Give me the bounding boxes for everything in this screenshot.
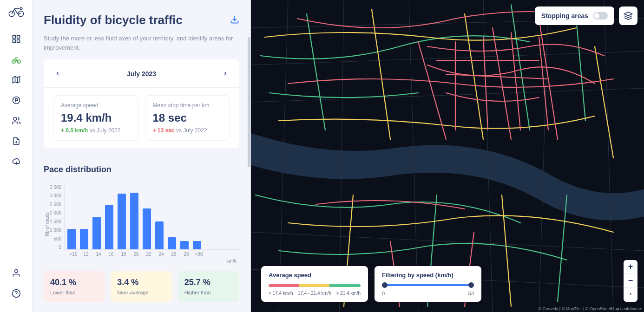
chart-bar xyxy=(67,229,76,249)
legend-mid: 17.4 - 21.4 km/h xyxy=(298,291,331,296)
prev-month-button[interactable] xyxy=(52,67,63,81)
side-panel: Fluidity of bicycle traffic Study the mo… xyxy=(33,0,251,312)
chart-bar xyxy=(180,241,189,249)
summary-value: 40.1 % xyxy=(50,278,99,287)
zoom-out-button[interactable]: − xyxy=(624,274,637,288)
chart-bar xyxy=(130,193,138,249)
summary-label: Lower than xyxy=(50,289,99,296)
speed-filter-card: Filtering by speed (km/h) 0 53 xyxy=(375,266,481,302)
chart-x-axis: <10121416182022242628>30 xyxy=(50,250,239,257)
filter-slider[interactable] xyxy=(384,284,472,286)
speed-legend-card: Average speed < 17.4 km/h 17.4 - 21.4 km… xyxy=(261,266,368,302)
nav-dashboard-icon[interactable] xyxy=(8,31,25,47)
stat-value: 18 sec xyxy=(153,111,223,124)
filter-title: Filtering by speed (km/h) xyxy=(382,272,474,279)
nav-file-icon[interactable] xyxy=(8,133,25,150)
reset-bearing-button[interactable] xyxy=(624,288,637,302)
zoom-in-button[interactable]: + xyxy=(624,260,637,274)
map-visualization xyxy=(251,0,644,312)
svg-point-12 xyxy=(14,270,18,273)
nav-parking-icon[interactable] xyxy=(8,92,25,109)
scrollbar[interactable] xyxy=(248,37,250,167)
svg-rect-4 xyxy=(13,40,15,43)
summary-value: 3.4 % xyxy=(117,278,165,287)
chart-bar xyxy=(80,229,88,249)
svg-rect-5 xyxy=(17,40,20,43)
next-month-button[interactable] xyxy=(220,67,231,81)
map-layers-button[interactable] xyxy=(619,6,637,25)
stat-label: Average speed xyxy=(61,102,131,109)
summary-label: Near-average xyxy=(117,289,165,296)
chart-bar xyxy=(143,208,151,249)
stat-label: Mean stop time per km xyxy=(153,102,223,109)
toggle-switch[interactable] xyxy=(593,12,608,20)
nav-bicycle-icon[interactable] xyxy=(8,51,25,68)
legend-low: < 17.4 km/h xyxy=(269,291,293,296)
pace-distribution-title: Pace distribution xyxy=(44,165,239,175)
stat-delta: + 0.5 km/h vs July 2022 xyxy=(61,127,131,134)
page-title: Fluidity of bicycle traffic xyxy=(44,13,183,27)
chart-bar xyxy=(155,221,164,249)
nav-cloud-icon[interactable] xyxy=(8,153,25,170)
chart-bar xyxy=(118,194,126,249)
pace-chart: Nb of roads 3 5003 0002 5002 0001 5001 0… xyxy=(44,185,239,264)
summary-low-card: 40.1 % Lower than xyxy=(44,271,105,302)
stopping-areas-label: Stopping areas xyxy=(541,12,588,20)
chart-bar xyxy=(105,205,113,249)
zoom-controls: + − xyxy=(624,260,637,302)
nav-users-icon[interactable] xyxy=(8,112,25,129)
chart-plot-area xyxy=(64,185,239,250)
nav-help-icon[interactable] xyxy=(8,285,25,302)
filter-max-value: 53 xyxy=(468,291,474,296)
map-attribution: © Geovelo | © MapTiler | © OpenStreetMap… xyxy=(539,306,642,311)
app-logo-icon xyxy=(8,6,25,20)
date-stats-card: July 2023 Average speed 19.4 km/h + 0.5 … xyxy=(44,59,239,148)
stopping-areas-toggle[interactable]: Stopping areas xyxy=(535,6,614,25)
summary-value: 25.7 % xyxy=(184,278,233,287)
summary-high-card: 25.7 % Higher than xyxy=(178,271,239,302)
chart-y-axis: 3 5003 0002 5002 0001 5001 0005000 xyxy=(50,185,64,250)
nav-rail xyxy=(0,0,33,312)
stat-value: 19.4 km/h xyxy=(61,111,131,124)
download-button[interactable] xyxy=(230,15,239,26)
legend-title: Average speed xyxy=(269,272,361,279)
filter-min-value: 0 xyxy=(382,291,385,296)
chart-bar xyxy=(92,217,101,249)
legend-high: > 21.4 km/h xyxy=(336,291,361,296)
map-area[interactable]: Stopping areas Average speed < 17.4 km/h… xyxy=(251,0,644,312)
current-month-label: July 2023 xyxy=(127,70,156,78)
avg-speed-card: Average speed 19.4 km/h + 0.5 km/h vs Ju… xyxy=(53,95,138,141)
chart-y-label: Nb of roads xyxy=(44,185,50,264)
summary-avg-card: 3.4 % Near-average xyxy=(111,271,172,302)
chart-x-label: km/h xyxy=(50,259,239,264)
nav-profile-icon[interactable] xyxy=(8,265,25,281)
svg-rect-3 xyxy=(17,36,20,39)
chart-bar xyxy=(168,237,176,249)
chart-bar xyxy=(193,241,201,249)
stat-delta: + 13 sec vs July 2022 xyxy=(153,127,223,134)
slider-thumb-max[interactable] xyxy=(468,282,474,288)
stop-time-card: Mean stop time per km 18 sec + 13 sec vs… xyxy=(145,95,230,141)
svg-rect-2 xyxy=(13,36,15,39)
svg-point-9 xyxy=(13,117,17,121)
svg-point-6 xyxy=(12,60,15,63)
summary-label: Higher than xyxy=(184,289,233,296)
legend-gradient xyxy=(269,284,361,287)
svg-marker-17 xyxy=(624,12,632,16)
slider-thumb-min[interactable] xyxy=(382,282,388,288)
page-description: Study the more or less fluid axes of you… xyxy=(44,34,239,52)
nav-map-icon[interactable] xyxy=(8,72,25,88)
